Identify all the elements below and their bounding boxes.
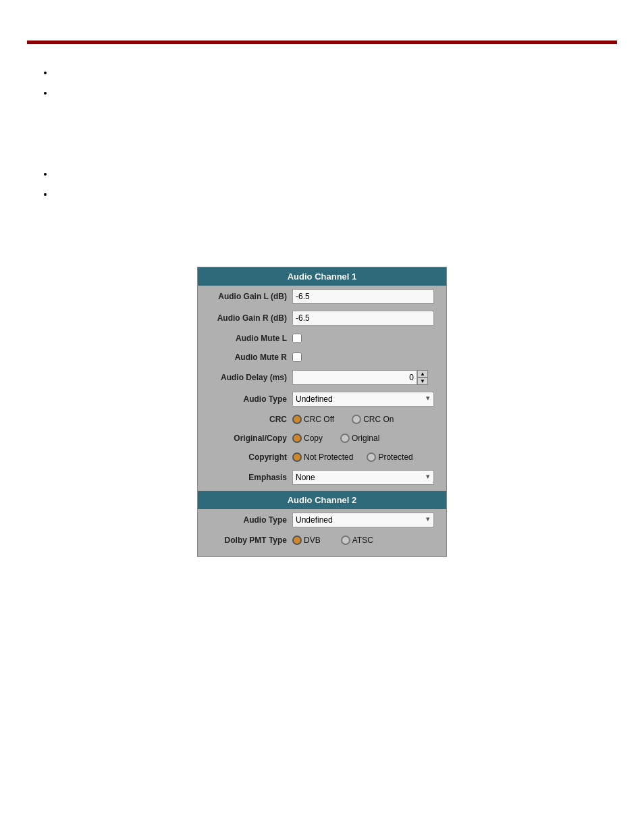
atsc-item[interactable]: ATSC xyxy=(341,536,373,545)
audio-mute-r-checkbox[interactable] xyxy=(292,353,302,362)
audio-delay-row: Audio Delay (ms) ▲ ▼ xyxy=(198,367,446,388)
audio-delay-down-btn[interactable]: ▼ xyxy=(417,377,428,385)
not-protected-label: Not Protected xyxy=(304,452,353,462)
copy-radio[interactable] xyxy=(292,434,302,443)
copyright-radio-group: Not Protected Protected xyxy=(292,452,413,462)
audio-delay-spinner-btns: ▲ ▼ xyxy=(417,370,428,385)
crc-off-radio[interactable] xyxy=(292,415,302,424)
original-copy-row: Original/Copy Copy Original xyxy=(198,429,446,448)
audio-mute-l-label: Audio Mute L xyxy=(205,334,292,343)
dvb-item[interactable]: DVB xyxy=(292,536,321,545)
channel2-header: Audio Channel 2 xyxy=(198,491,446,509)
crc-off-label: CRC Off xyxy=(304,415,334,424)
dvb-label: DVB xyxy=(304,536,321,545)
dolby-pmt-radio-group: DVB ATSC xyxy=(292,536,373,545)
original-copy-control: Copy Original xyxy=(292,434,439,443)
audio-gain-r-label: Audio Gain R (dB) xyxy=(205,313,292,323)
protected-item[interactable]: Protected xyxy=(367,452,412,462)
audio-delay-input[interactable] xyxy=(292,370,417,385)
copyright-label: Copyright xyxy=(205,452,292,462)
atsc-radio[interactable] xyxy=(341,536,350,545)
bullet-item xyxy=(54,165,644,178)
crc-row: CRC CRC Off CRC On xyxy=(198,410,446,429)
audio-type2-label: Audio Type xyxy=(205,515,292,525)
protected-label: Protected xyxy=(378,452,412,462)
protected-radio[interactable] xyxy=(367,452,376,462)
audio-delay-label: Audio Delay (ms) xyxy=(205,373,292,382)
crc-control: CRC Off CRC On xyxy=(292,415,439,424)
dolby-pmt-row: Dolby PMT Type DVB ATSC xyxy=(198,531,446,550)
original-item[interactable]: Original xyxy=(340,434,379,443)
audio-type-select[interactable]: Undefined MPEG1 Layer1 MPEG1 Layer2 MPEG… xyxy=(292,392,434,407)
bullet-item xyxy=(54,64,644,76)
audio-type2-control: Undefined MPEG1 Layer1 MPEG1 Layer2 MPEG… xyxy=(292,513,439,527)
crc-radio-group: CRC Off CRC On xyxy=(292,415,394,424)
audio-type-label: Audio Type xyxy=(205,394,292,404)
bullet-item xyxy=(54,186,644,198)
bullet-list-2 xyxy=(54,165,644,198)
audio-gain-l-label: Audio Gain L (dB) xyxy=(205,292,292,301)
audio-type-select-wrap: Undefined MPEG1 Layer1 MPEG1 Layer2 MPEG… xyxy=(292,392,434,407)
original-radio[interactable] xyxy=(340,434,350,443)
audio-delay-spinner: ▲ ▼ xyxy=(292,370,428,385)
audio-mute-l-control xyxy=(292,334,439,343)
original-label: Original xyxy=(352,434,379,443)
dolby-pmt-control: DVB ATSC xyxy=(292,536,439,545)
emphasis-control: None 50/15 μs CCITT J.17 xyxy=(292,470,439,485)
copyright-control: Not Protected Protected xyxy=(292,452,439,462)
dvb-radio[interactable] xyxy=(292,536,302,545)
audio-type-row: Audio Type Undefined MPEG1 Layer1 MPEG1 … xyxy=(198,388,446,410)
audio-gain-r-control xyxy=(292,311,439,325)
atsc-label: ATSC xyxy=(352,536,373,545)
audio-mute-r-label: Audio Mute R xyxy=(205,353,292,362)
crc-off-item[interactable]: CRC Off xyxy=(292,415,334,424)
emphasis-select[interactable]: None 50/15 μs CCITT J.17 xyxy=(292,470,434,485)
crc-on-label: CRC On xyxy=(363,415,394,424)
original-copy-radio-group: Copy Original xyxy=(292,434,379,443)
audio-mute-l-row: Audio Mute L xyxy=(198,329,446,348)
copy-item[interactable]: Copy xyxy=(292,434,323,443)
audio-gain-l-control xyxy=(292,289,439,304)
audio-mute-r-row: Audio Mute R xyxy=(198,348,446,367)
top-rule xyxy=(27,41,617,44)
original-copy-label: Original/Copy xyxy=(205,434,292,443)
crc-label: CRC xyxy=(205,415,292,424)
audio-gain-r-row: Audio Gain R (dB) xyxy=(198,307,446,329)
audio-gain-l-input[interactable] xyxy=(292,289,434,304)
crc-on-radio[interactable] xyxy=(352,415,361,424)
emphasis-select-wrap: None 50/15 μs CCITT J.17 xyxy=(292,470,434,485)
copyright-row: Copyright Not Protected Protected xyxy=(198,448,446,467)
audio-type2-select[interactable]: Undefined MPEG1 Layer1 MPEG1 Layer2 MPEG… xyxy=(292,513,434,527)
audio-delay-up-btn[interactable]: ▲ xyxy=(417,370,428,377)
bullet-item xyxy=(54,84,644,97)
dolby-pmt-label: Dolby PMT Type xyxy=(205,536,292,545)
channel1-header: Audio Channel 1 xyxy=(198,267,446,286)
emphasis-label: Emphasis xyxy=(205,473,292,482)
bullet-list xyxy=(54,64,644,97)
audio-settings-panel: Audio Channel 1 Audio Gain L (dB) Audio … xyxy=(197,267,447,557)
crc-on-item[interactable]: CRC On xyxy=(352,415,394,424)
audio-type2-select-wrap: Undefined MPEG1 Layer1 MPEG1 Layer2 MPEG… xyxy=(292,513,434,527)
audio-mute-r-control xyxy=(292,353,439,362)
not-protected-radio[interactable] xyxy=(292,452,302,462)
audio-type2-row: Audio Type Undefined MPEG1 Layer1 MPEG1 … xyxy=(198,509,446,531)
copy-label: Copy xyxy=(304,434,323,443)
not-protected-item[interactable]: Not Protected xyxy=(292,452,353,462)
audio-type-control: Undefined MPEG1 Layer1 MPEG1 Layer2 MPEG… xyxy=(292,392,439,407)
audio-gain-l-row: Audio Gain L (dB) xyxy=(198,286,446,307)
emphasis-row: Emphasis None 50/15 μs CCITT J.17 xyxy=(198,467,446,488)
audio-gain-r-input[interactable] xyxy=(292,311,434,325)
audio-delay-control: ▲ ▼ xyxy=(292,370,439,385)
audio-mute-l-checkbox[interactable] xyxy=(292,334,302,343)
